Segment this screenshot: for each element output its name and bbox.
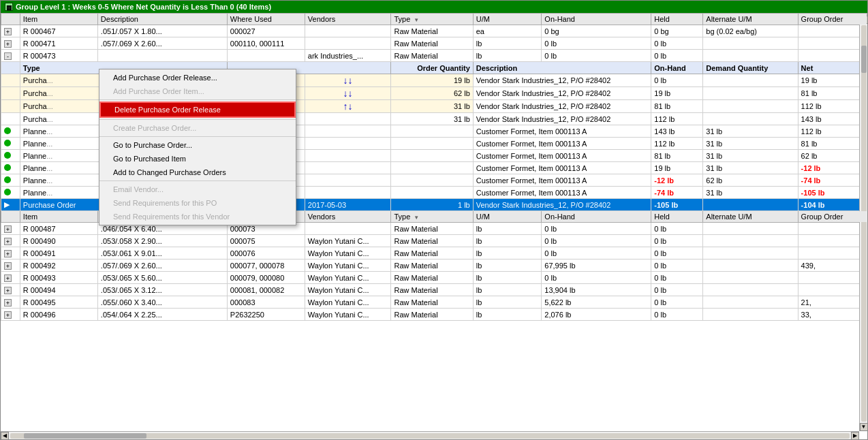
subrow-desc: Customer Formet, Item 000113 A — [473, 125, 651, 138]
table-row[interactable]: + R 000490 .053/.058 X 2.90... 000075 Wa… — [1, 235, 867, 247]
whereused-cell: 000076 — [227, 247, 305, 260]
subrow-orderqty — [391, 138, 473, 150]
subrow-net: 62 lb — [798, 150, 867, 162]
um-cell: lb — [473, 260, 542, 272]
horizontal-scrollbar[interactable]: ◀ ▶ — [1, 431, 859, 439]
expand-cell[interactable]: - — [1, 50, 20, 62]
expand-cell[interactable]: + — [1, 296, 20, 309]
expand-cell[interactable]: + — [1, 260, 20, 272]
expand-btn[interactable]: + — [4, 299, 12, 307]
subrow-onhand: 81 lb — [651, 150, 703, 162]
type-filter-icon2[interactable]: ▼ — [414, 215, 419, 221]
subrow-orderqty: 31 lb — [391, 113, 473, 125]
expand-btn[interactable]: + — [4, 311, 12, 319]
vscroll-thumb[interactable] — [861, 46, 867, 73]
subrow-net: 81 lb — [798, 138, 867, 150]
table-row[interactable]: + R 000467 .051/.057 X 1.80... 000027 Ra… — [1, 25, 867, 37]
um-cell: lb — [473, 284, 542, 296]
type-cell: Raw Material — [391, 247, 473, 260]
menu-send-requirements-po[interactable]: Send Requirements for this PO — [99, 196, 296, 210]
onhand-cell: 0 bg — [542, 25, 651, 37]
onhand-cell: 0 lb — [542, 37, 651, 50]
sub-col-desc-header: Description — [473, 62, 651, 74]
subrow-arrows: ↑↓ — [305, 100, 391, 113]
grouporder-cell: 33, — [798, 309, 867, 321]
hscroll-right-btn[interactable]: ▶ — [851, 432, 859, 440]
arrow-down2-icon: ↓ — [348, 88, 353, 99]
menu-send-requirements-vendor[interactable]: Send Requirements for this Vendor — [99, 210, 296, 223]
type-cell: Raw Material — [391, 260, 473, 272]
col-held2: Held — [651, 211, 703, 223]
expand-btn[interactable]: + — [4, 40, 12, 48]
table-row[interactable]: - R 000473 ark Industries_... Raw Materi… — [1, 50, 867, 62]
subrow-demandqty: 31 lb — [703, 187, 798, 199]
table-row[interactable]: + R 000495 .055/.060 X 3.40... 000083 Wa… — [1, 296, 867, 309]
subrow-arrows: ↓↓ — [305, 87, 391, 100]
menu-delete-purchase-order-release[interactable]: Delete Purchase Order Release — [99, 101, 296, 118]
expand-cell[interactable]: + — [1, 284, 20, 296]
menu-go-to-purchased-item[interactable]: Go to Purchased Item — [99, 152, 296, 166]
menu-email-vendor[interactable]: Email Vendor... — [99, 183, 296, 196]
subrow-onhand: 112 lb — [651, 138, 703, 150]
table-row[interactable]: + R 000471 .057/.069 X 2.60... 000110, 0… — [1, 37, 867, 50]
subrow-onhand: 143 lb — [651, 125, 703, 138]
hscroll-thumb[interactable] — [24, 433, 146, 439]
grouporder-cell — [798, 223, 867, 235]
menu-go-to-purchase-order[interactable]: Go to Purchase Order... — [99, 138, 296, 152]
whereused-cell: 000075 — [227, 235, 305, 247]
col-held: Held — [651, 14, 703, 25]
expand-btn[interactable]: + — [4, 225, 12, 233]
onhand-cell: 67,995 lb — [542, 260, 651, 272]
vertical-scrollbar[interactable]: ▲ ▼ — [859, 16, 867, 431]
expand-btn[interactable]: + — [4, 262, 12, 270]
expand-btn[interactable]: + — [4, 287, 12, 294]
col-whereused: Where Used — [227, 14, 305, 25]
item-cell: R 000487 — [20, 223, 97, 235]
col-type: Type ▼ — [391, 14, 473, 25]
table-row[interactable]: + R 000491 .053/.061 X 9.01... 000076 Wa… — [1, 247, 867, 260]
held-cell: 0 lb — [651, 309, 703, 321]
subrow-desc: Customer Formet, Item 000113 A — [473, 174, 651, 187]
expand-btn[interactable]: + — [4, 28, 12, 35]
expand-btn[interactable]: + — [4, 238, 12, 245]
expand-btn[interactable]: + — [4, 250, 12, 257]
planned-dot — [4, 127, 11, 134]
menu-add-purchase-order-item[interactable]: Add Purchase Order Item... — [99, 84, 296, 98]
subrow-orderqty — [391, 125, 473, 138]
subrow-desc: Customer Formet, Item 000113 A — [473, 150, 651, 162]
subrow-date2-selected: 2017-05-03 — [305, 199, 391, 211]
title-text: Group Level 1 : Weeks 0-5 Where Net Quan… — [16, 3, 271, 11]
grouporder-cell — [798, 247, 867, 260]
onhand-cell: 13,904 lb — [542, 284, 651, 296]
expand-btn[interactable]: - — [4, 52, 12, 60]
expand-cell[interactable]: + — [1, 309, 20, 321]
expand-cell[interactable]: + — [1, 25, 20, 37]
type-filter-icon[interactable]: ▼ — [414, 17, 419, 23]
item-cell: R 000494 — [20, 284, 97, 296]
item-cell: R 000467 — [20, 25, 97, 37]
hscroll-track[interactable] — [10, 433, 850, 439]
menu-create-purchase-order[interactable]: Create Purchase Order... — [99, 121, 296, 135]
table-row[interactable]: + R 000493 .053/.065 X 5.60... 000079, 0… — [1, 272, 867, 284]
expand-cell[interactable]: + — [1, 37, 20, 50]
menu-add-purchase-order-release[interactable]: Add Purchase Order Release... — [99, 71, 296, 84]
hscroll-left-btn[interactable]: ◀ — [1, 432, 9, 440]
table-row[interactable]: + R 000496 .054/.064 X 2.25... P2632250 … — [1, 309, 867, 321]
menu-add-to-changed-purchase-orders[interactable]: Add to Changed Purchase Orders — [99, 166, 296, 179]
vendors-cell: Waylon Yutani C... — [305, 284, 391, 296]
expand-btn[interactable]: + — [4, 274, 12, 282]
expand-cell[interactable]: + — [1, 235, 20, 247]
subrow-demandqty: 31 lb — [703, 150, 798, 162]
altum-cell — [703, 50, 798, 62]
title-icon: ▦ — [5, 3, 13, 11]
vscroll-track[interactable] — [861, 25, 867, 422]
table-row[interactable]: + R 000494 .053/.065 X 3.12... 000081, 0… — [1, 284, 867, 296]
subrow-demandqty-selected — [703, 199, 798, 211]
expand-cell[interactable]: + — [1, 247, 20, 260]
vscroll-down-btn[interactable]: ▼ — [860, 423, 868, 431]
table-row[interactable]: + R 000492 .057/.069 X 2.60... 000077, 0… — [1, 260, 867, 272]
subrow-onhand: -74 lb — [651, 187, 703, 199]
expand-cell[interactable]: + — [1, 272, 20, 284]
expand-cell[interactable]: + — [1, 223, 20, 235]
whereused-cell: 000110, 000111 — [227, 37, 305, 50]
